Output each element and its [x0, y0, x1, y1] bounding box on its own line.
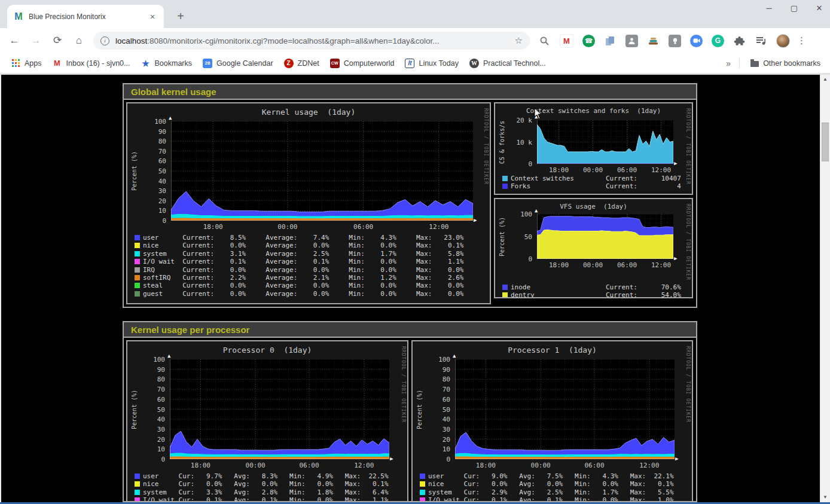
scrollbar-thumb[interactable] — [822, 123, 829, 161]
graph-panel-processor-1[interactable]: Processor 1 (1day)RRDTOOL / TOBI OETIKER… — [411, 340, 693, 502]
legend-swatch-nice — [135, 243, 140, 248]
wordpress-icon: W — [469, 59, 479, 68]
browser-window: M Blue Precision Monitorix × + ─ ▢ ✕ ← →… — [0, 0, 830, 504]
new-tab-button[interactable]: + — [172, 8, 189, 25]
lightbulb-extension-icon[interactable] — [669, 35, 681, 47]
forward-button[interactable]: → — [29, 33, 43, 48]
x-axis-arrow-icon: ▶ — [674, 256, 677, 261]
graph-panel-vfs-usage[interactable]: VFS usage (1day)RRDTOOL / TOBI OETIKERPe… — [494, 198, 693, 298]
y-tick-label: 50 — [413, 406, 450, 414]
monitorix-favicon-icon: M — [13, 11, 24, 22]
graph-legend: user Current: 8.5% Average: 7.4% Min: 4.… — [135, 234, 463, 298]
person-extension-icon[interactable] — [625, 35, 638, 47]
gmail-extension-icon[interactable]: M — [560, 34, 573, 48]
legend-text: softIRQ Current: 2.2% Average: 2.1% Min:… — [143, 274, 463, 282]
books-stack-extension-icon[interactable] — [647, 35, 660, 47]
bookmarks-overflow-button[interactable]: » — [726, 59, 731, 68]
url-bar[interactable]: i localhost:8080/monitorix-cgi/monitorix… — [93, 32, 530, 50]
bookmark-practical-technology[interactable]: W Practical Technol... — [469, 59, 546, 68]
bookmark-inbox[interactable]: M Inbox (16) - sjvn0... — [53, 59, 130, 68]
y-tick-label: 30 — [127, 426, 165, 433]
graph-panel-context-switches[interactable]: Context switches and forks (1day)RRDTOOL… — [494, 102, 693, 195]
gmail-icon: M — [53, 59, 62, 68]
graph-panel-kernel-usage[interactable]: Kernel usage (1day)RRDTOOL / TOBI OETIKE… — [126, 102, 491, 304]
back-button[interactable]: ← — [7, 33, 22, 48]
copy-pages-extension-icon[interactable] — [604, 35, 617, 47]
legend-row: system Current: 3.1% Average: 2.5% Min: … — [135, 250, 463, 258]
tab-close-icon[interactable]: × — [147, 12, 158, 22]
extensions-puzzle-icon[interactable] — [733, 35, 746, 47]
legend-swatch-i-o-wait — [135, 497, 140, 502]
x-tick-label: 18:00 — [476, 462, 496, 469]
playlist-extension-icon[interactable] — [755, 35, 767, 47]
url-path: :8080/monitorix-cgi/monitorix.cgi?mode=l… — [147, 36, 439, 45]
graph-legend: user Cur: 9.7% Avg: 8.3% Min: 4.9% Max: … — [135, 472, 389, 502]
minimize-button[interactable]: ─ — [764, 4, 774, 13]
url-text[interactable]: localhost:8080/monitorix-cgi/monitorix.c… — [115, 36, 510, 45]
legend-row: Forks Current: 4 — [502, 182, 681, 190]
bookmark-google-calendar[interactable]: 28 Google Calendar — [203, 59, 273, 68]
video-camera-extension-icon[interactable] — [690, 35, 703, 47]
x-tick-label: 06:00 — [299, 462, 319, 469]
y-tick-label: 60 — [127, 157, 166, 165]
tab-strip: M Blue Precision Monitorix × + ─ ▢ ✕ — [0, 0, 830, 28]
page-info-icon[interactable]: i — [100, 36, 109, 45]
browser-menu-icon[interactable]: ⋮ — [797, 35, 806, 46]
scroll-up-arrow-icon[interactable]: ▲ — [820, 75, 830, 84]
google-voice-extension-icon[interactable]: ☎ — [582, 35, 595, 47]
bookmark-star-icon[interactable]: ☆ — [515, 35, 523, 46]
y-tick-label: 80 — [127, 375, 165, 383]
y-tick-label: 40 — [413, 416, 450, 423]
bookmark-computerworld[interactable]: CW Computerworld — [330, 59, 395, 68]
vertical-scrollbar[interactable]: ▲ ▼ — [820, 75, 830, 502]
y-tick-label: 80 — [127, 138, 166, 145]
section-title-text: Global kernel usage — [131, 87, 216, 97]
x-axis-arrow-icon: ▶ — [474, 218, 477, 223]
grammarly-extension-icon[interactable]: G — [712, 35, 724, 47]
plot-area — [537, 214, 673, 259]
bookmarks-bar: Apps M Inbox (16) - sjvn0... ★ Bookmarks… — [0, 53, 830, 74]
url-host: localhost — [115, 36, 147, 45]
folder-icon — [750, 61, 759, 67]
reload-button[interactable]: ⟳ — [50, 33, 65, 48]
legend-row: user Cur: 9.0% Avg: 7.5% Min: 4.3% Max: … — [420, 472, 674, 480]
y-tick-label: 20 — [127, 197, 166, 205]
x-tick-label: 12:00 — [651, 261, 671, 269]
legend-swatch-forks — [502, 184, 508, 189]
legend-swatch-system — [135, 490, 140, 495]
legend-text: Context switches Current: 10407 — [511, 175, 681, 182]
plot-svg — [537, 120, 673, 164]
graph-panel-processor-0[interactable]: Processor 0 (1day)RRDTOOL / TOBI OETIKER… — [126, 340, 408, 502]
legend-swatch-context-switches — [502, 176, 508, 181]
mouse-cursor — [534, 108, 542, 122]
legend-text: system Cur: 2.9% Avg: 2.5% Min: 1.7% Max… — [428, 488, 674, 496]
bookmark-linux-today[interactable]: lt Linux Today — [405, 59, 459, 68]
bookmark-zdnet[interactable]: Z ZDNet — [284, 59, 319, 68]
y-tick-label: 70 — [127, 148, 166, 155]
graph-title: Kernel usage (1day) — [262, 108, 356, 117]
profile-avatar[interactable] — [776, 34, 790, 48]
y-tick-label: 80 — [413, 375, 450, 383]
browser-tab[interactable]: M Blue Precision Monitorix × — [7, 5, 164, 28]
calendar-icon: 28 — [203, 59, 212, 68]
scroll-down-arrow-icon[interactable]: ▼ — [820, 493, 830, 502]
search-extension-icon[interactable] — [538, 35, 551, 47]
maximize-button[interactable]: ▢ — [789, 4, 799, 13]
other-bookmarks-button[interactable]: Other bookmarks — [750, 59, 820, 68]
y-tick-label: 30 — [413, 426, 450, 433]
legend-text: nice Current: 0.0% Average: 0.0% Min: 0.… — [143, 242, 463, 249]
bookmark-apps[interactable]: Apps — [11, 59, 42, 68]
bookmark-bookmarks[interactable]: ★ Bookmarks — [141, 59, 193, 68]
y-tick-label: 0 — [495, 255, 532, 263]
home-button[interactable]: ⌂ — [72, 33, 86, 48]
close-button[interactable]: ✕ — [814, 4, 824, 13]
graph-legend: user Cur: 9.0% Avg: 7.5% Min: 4.3% Max: … — [420, 472, 674, 502]
rrdtool-watermark: RRDTOOL / TOBI OETIKER — [685, 108, 691, 185]
x-tick-label: 00:00 — [246, 462, 266, 469]
graph-legend: Context switches Current: 10407Forks Cur… — [502, 175, 681, 191]
computerworld-icon: CW — [330, 59, 340, 68]
y-tick-label: 40 — [127, 178, 166, 185]
rrdtool-watermark: RRDTOOL / TOBI OETIKER — [483, 108, 489, 185]
legend-swatch-guest — [135, 291, 140, 297]
y-tick-label: 10 — [127, 445, 165, 453]
